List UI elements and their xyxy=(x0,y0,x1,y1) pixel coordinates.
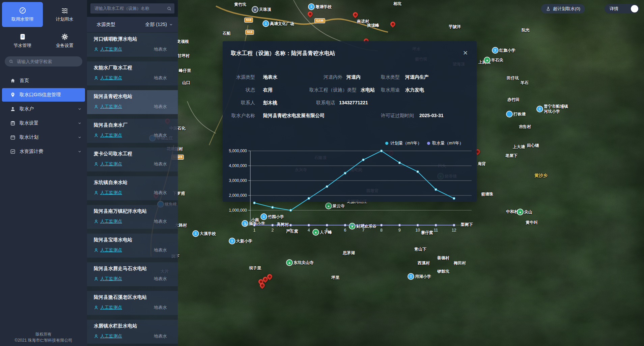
details-toggle[interactable]: 详情 xyxy=(605,4,639,14)
map-place-label-text: 羊石尖 xyxy=(491,58,503,63)
monitor-point-link[interactable]: 人工监测点 xyxy=(94,304,122,311)
station-list-item[interactable]: 陆河县激石溪老区水电站人工监测点地表水 xyxy=(87,291,178,315)
home-icon xyxy=(10,78,16,83)
station-list-item[interactable]: 陆河县南万镇杞洋水电站人工监测点地表水 xyxy=(87,205,178,229)
app-module-active[interactable]: 取用水管理 xyxy=(2,2,43,27)
sidebar-item-取水口GIS信息管理[interactable]: 取水口GIS信息管理 xyxy=(2,88,85,102)
details-toggle-label: 详情 xyxy=(610,6,618,12)
monitor-point-link[interactable]: 人工监测点 xyxy=(94,247,122,253)
app-module-item[interactable]: 节水管理 xyxy=(2,28,43,53)
detail-field: 状态在用 xyxy=(231,86,303,94)
sidebar-item-label: 取水户 xyxy=(20,106,34,112)
monitor-point-link[interactable]: 人工监测点 xyxy=(94,276,122,282)
sidebar-search-input[interactable] xyxy=(16,59,78,64)
sidebar-search-box[interactable] xyxy=(5,56,82,66)
monitor-point-link[interactable]: 人工监测点 xyxy=(94,190,122,196)
station-name: 陆河县自来水厂 xyxy=(94,122,178,128)
school-marker-icon: 文 xyxy=(263,21,269,26)
map-place-label-text: 普宁市船埔镇河坑小学 xyxy=(544,104,568,114)
water-source-type: 地表水 xyxy=(154,132,178,138)
map-place-label: 庵背 xyxy=(478,161,486,166)
map-place-label: 文高塘文化广场 xyxy=(263,21,294,26)
school-marker-icon: 文 xyxy=(408,274,414,279)
station-list-item[interactable]: 陆河县宝塔水电站人工监测点地表水 xyxy=(87,234,178,258)
map-place-label-text: 黄竹坑 xyxy=(234,2,246,7)
water-source-type: 地表水 xyxy=(154,276,178,282)
station-search-input[interactable] xyxy=(94,6,165,11)
map-place-label: 文墩塘学校 xyxy=(309,4,332,9)
legend-item[interactable]: 取水量（m³/年） xyxy=(427,140,464,146)
map-place-label-text: 东坑尖山寺 xyxy=(293,260,314,265)
station-list-item[interactable]: 水唇镇水栏肚水电站人工监测点地表水 xyxy=(87,320,178,344)
poi-marker-icon: ▲ xyxy=(484,57,490,63)
monitor-point-link[interactable]: 人工监测点 xyxy=(94,75,122,81)
field-label: 许可证过期时间 xyxy=(381,112,414,119)
map-place-label-text: 坝子里 xyxy=(249,266,261,271)
sidebar-item-取水户[interactable]: 取水户 xyxy=(2,102,85,116)
svg-text:3: 3 xyxy=(289,228,292,233)
sidebar-item-label: 首页 xyxy=(20,78,29,84)
monitor-point-link[interactable]: 人工监测点 xyxy=(94,104,122,110)
monitor-point-link[interactable]: 人工监测点 xyxy=(94,161,122,167)
copyright: 版权所有 ©2021 珠海市仁智科技有限公司 xyxy=(0,331,87,343)
chevron-down-icon xyxy=(78,107,82,111)
station-list-item[interactable]: 友能水厂取水工程人工监测点地表水 xyxy=(87,61,178,85)
map-place-label: 文普宁市船埔镇河坑小学 xyxy=(537,104,568,114)
legend-item[interactable]: 计划量（m³/年） xyxy=(385,140,422,146)
map-place-label-text: 西溪村 xyxy=(418,261,430,266)
station-list-item[interactable]: 陆河县青硿水电站人工监测点地表水 xyxy=(87,90,178,114)
app-module-item[interactable]: 业务设置 xyxy=(44,28,85,53)
station-search-box[interactable] xyxy=(90,3,174,14)
station-list-item[interactable]: 河口镇唱歌潭水电站人工监测点地表水 xyxy=(87,33,178,57)
monitor-point-link[interactable]: 人工监测点 xyxy=(94,46,122,52)
station-list-item[interactable]: 陆河县水唇走马石水电站人工监测点地表水 xyxy=(87,262,178,286)
detail-field: 取水工程（设施）类型水电站 xyxy=(303,86,381,94)
copyright-line2: ©2021 珠海市仁智科技有限公司 xyxy=(0,337,87,343)
station-list-item[interactable]: 东坑镇自来水站人工监测点地表水 xyxy=(87,176,178,200)
station-name: 陆河县青硿水电站 xyxy=(94,94,178,100)
field-value: 13432771221 xyxy=(339,99,368,106)
search-icon xyxy=(9,59,13,64)
map-place-label-text: 山口 xyxy=(182,80,190,85)
monitor-point-link[interactable]: 人工监测点 xyxy=(94,132,122,138)
filter-dropdown[interactable]: 全部 (125) xyxy=(145,22,173,28)
sidebar-item-取水计划[interactable]: 取水计划 xyxy=(2,131,85,144)
toggle-knob[interactable] xyxy=(631,5,638,12)
module-label: 取用水管理 xyxy=(11,16,33,22)
module-label: 计划用水 xyxy=(56,16,74,22)
detail-field: 联系人彭木桃 xyxy=(231,99,303,106)
school-marker-icon: 文 xyxy=(309,4,314,9)
monitor-point-link[interactable]: 人工监测点 xyxy=(94,333,122,339)
plan-volume-chart: 01,000,0002,000,0003,000,0004,000,0005,0… xyxy=(223,148,476,235)
poi-marker-icon xyxy=(507,111,512,117)
svg-text:2,000,000: 2,000,000 xyxy=(229,193,247,198)
detail-fields: 水源类型地表水河道内外河道内取水类型河道内生产状态在用取水工程（设施）类型水电站… xyxy=(231,73,469,125)
app-module-item[interactable]: 计划用水 xyxy=(44,2,85,27)
station-list-item[interactable]: 麦卡公司取水工程人工监测点地表水 xyxy=(87,148,178,171)
water-source-type: 地表水 xyxy=(154,333,178,339)
map-place-label-text: 挨垅峰 xyxy=(367,23,379,28)
svg-text:2: 2 xyxy=(271,228,274,233)
svg-text:10: 10 xyxy=(416,228,420,233)
app-module-grid: 取用水管理计划用水节水管理业务设置 xyxy=(0,0,87,55)
map-place-label: 思茅湖 xyxy=(343,250,355,256)
sidebar-item-取水设置[interactable]: 取水设置 xyxy=(2,116,85,130)
close-icon[interactable]: ✕ xyxy=(462,50,469,56)
sidebar-item-水资源计费[interactable]: 水资源计费 xyxy=(2,145,85,158)
map-place-label: 黄牛叫 xyxy=(526,220,538,225)
sidebar-item-label: 取水设置 xyxy=(20,120,38,126)
school-marker-icon: 文 xyxy=(493,48,498,53)
station-list-item[interactable]: 陆河县自来水厂人工监测点地表水 xyxy=(87,119,178,143)
map-place-label: 老屋下 xyxy=(505,153,517,158)
user-icon xyxy=(10,106,16,112)
modal-title: 取水工程（设施）名称：陆河县青硿水电站 xyxy=(231,50,335,57)
sidebar-item-首页[interactable]: 首页 xyxy=(2,74,85,87)
calendar-icon xyxy=(10,135,16,140)
search-icon[interactable] xyxy=(167,6,172,11)
over-plan-intake-label: 超计划取水(0) xyxy=(553,6,580,12)
waves-icon xyxy=(61,7,68,14)
detail-field xyxy=(381,99,469,106)
over-plan-intake-button[interactable]: 超计划取水(0) xyxy=(541,4,585,14)
station-list-panel: 水源类型 全部 (125) 河口镇唱歌潭水电站人工监测点地表水友能水厂取水工程人… xyxy=(87,0,178,346)
monitor-point-link[interactable]: 人工监测点 xyxy=(94,218,122,224)
